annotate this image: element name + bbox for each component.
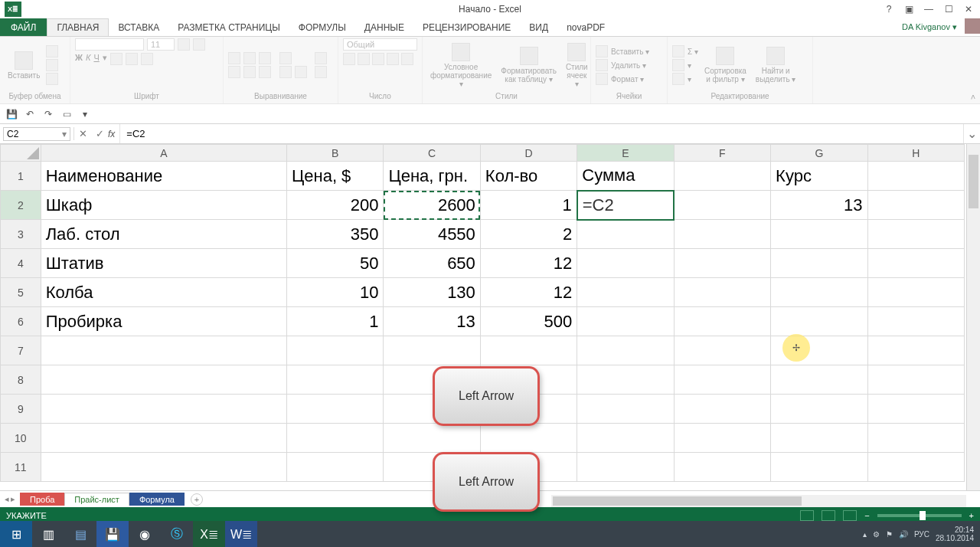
cell-A6[interactable]: Пробирка bbox=[41, 307, 286, 336]
fx-icon[interactable]: fx bbox=[108, 129, 119, 139]
sheet-nav-last-icon[interactable]: ▸ bbox=[11, 494, 15, 504]
col-header-F[interactable]: F bbox=[674, 145, 770, 162]
format-as-table-button[interactable]: Форматировать как таблицу ▾ bbox=[498, 45, 560, 85]
taskbar-app-2[interactable]: ▤ bbox=[64, 521, 96, 547]
conditional-formatting-button[interactable]: Условное форматирование ▾ bbox=[427, 41, 495, 90]
col-header-G[interactable]: G bbox=[771, 145, 867, 162]
cell-H9[interactable] bbox=[867, 395, 964, 424]
cell-D7[interactable] bbox=[480, 336, 577, 365]
cancel-formula-button[interactable]: ✕ bbox=[74, 128, 91, 139]
tray-clock[interactable]: 20:1428.10.2014 bbox=[936, 526, 974, 542]
col-header-H[interactable]: H bbox=[867, 145, 964, 162]
sheet-nav-first-icon[interactable]: ◂ bbox=[5, 494, 9, 504]
vertical-scrollbar[interactable] bbox=[966, 144, 980, 490]
orientation-icon[interactable] bbox=[279, 52, 292, 64]
taskbar-skype[interactable]: Ⓢ bbox=[161, 521, 193, 547]
cell-C10[interactable] bbox=[384, 424, 480, 453]
ribbon-tab-главная[interactable]: ГЛАВНАЯ bbox=[47, 18, 109, 36]
help-icon[interactable]: ? bbox=[882, 4, 896, 15]
dec-decimal-icon[interactable] bbox=[401, 53, 413, 65]
taskbar-excel[interactable]: X≣ bbox=[193, 521, 225, 547]
cell-E6[interactable] bbox=[577, 307, 674, 336]
col-header-A[interactable]: A bbox=[41, 145, 286, 162]
tray-icon-2[interactable]: ⚑ bbox=[886, 530, 893, 539]
row-header-9[interactable]: 9 bbox=[1, 395, 41, 424]
col-header-E[interactable]: E bbox=[577, 145, 674, 162]
row-header-3[interactable]: 3 bbox=[1, 220, 41, 249]
row-header-7[interactable]: 7 bbox=[1, 336, 41, 365]
cell-D1[interactable]: Кол-во bbox=[480, 162, 577, 191]
italic-button[interactable]: К bbox=[86, 53, 90, 65]
cell-F2[interactable] bbox=[674, 191, 770, 220]
cell-H7[interactable] bbox=[867, 336, 964, 365]
taskbar-save-icon[interactable]: 💾 bbox=[96, 521, 129, 547]
cell-D5[interactable]: 12 bbox=[480, 278, 577, 307]
clear-button[interactable]: ▾ bbox=[672, 73, 698, 85]
row-header-2[interactable]: 2 bbox=[1, 191, 41, 220]
cell-H5[interactable] bbox=[867, 278, 964, 307]
cell-A2[interactable]: Шкаф bbox=[41, 191, 286, 220]
cell-B7[interactable] bbox=[287, 336, 384, 365]
align-left-icon[interactable] bbox=[228, 66, 240, 78]
cell-E7[interactable] bbox=[577, 336, 674, 365]
zoom-in-button[interactable]: + bbox=[969, 511, 974, 520]
zoom-out-button[interactable]: − bbox=[864, 511, 869, 520]
wrap-text-icon[interactable] bbox=[315, 52, 327, 64]
percent-icon[interactable] bbox=[358, 53, 370, 65]
sheet-tab-Прайс-лист[interactable]: Прайс-лист bbox=[64, 493, 129, 506]
cell-B1[interactable]: Цена, $ bbox=[287, 162, 384, 191]
cell-E5[interactable] bbox=[577, 278, 674, 307]
cell-F4[interactable] bbox=[674, 249, 770, 278]
cell-D2[interactable]: 1 bbox=[480, 191, 577, 220]
font-size-combo[interactable]: 11 bbox=[147, 38, 175, 51]
cut-icon[interactable] bbox=[46, 45, 58, 57]
new-sheet-button[interactable]: + bbox=[191, 493, 203, 506]
cell-D6[interactable]: 500 bbox=[480, 307, 577, 336]
align-top-icon[interactable] bbox=[228, 52, 240, 64]
page-layout-view-button[interactable] bbox=[822, 510, 835, 521]
cell-C6[interactable]: 13 bbox=[384, 307, 480, 336]
delete-cells-button[interactable]: Удалить ▾ bbox=[596, 59, 649, 71]
redo-icon[interactable]: ↷ bbox=[41, 107, 55, 121]
cell-F9[interactable] bbox=[674, 395, 770, 424]
cell-D3[interactable]: 2 bbox=[480, 220, 577, 249]
sheet-tab-Формула[interactable]: Формула bbox=[129, 493, 185, 506]
ribbon-tab-novapdf[interactable]: novaPDF bbox=[557, 18, 614, 36]
worksheet-grid[interactable]: ABCDEFGH1НаименованиеЦена, $Цена, грн.Ко… bbox=[0, 144, 980, 490]
cell-E2[interactable]: =C2 bbox=[577, 191, 674, 220]
format-painter-icon[interactable] bbox=[46, 73, 58, 85]
cell-B11[interactable] bbox=[287, 453, 384, 482]
taskbar-word[interactable]: W≣ bbox=[225, 521, 257, 547]
cell-B8[interactable] bbox=[287, 365, 384, 395]
col-header-D[interactable]: D bbox=[480, 145, 577, 162]
name-box[interactable]: C2▾ bbox=[3, 127, 70, 141]
fill-color-icon[interactable] bbox=[126, 53, 138, 65]
comma-icon[interactable] bbox=[372, 53, 384, 65]
undo-icon[interactable]: ↶ bbox=[23, 107, 37, 121]
maximize-icon[interactable]: ☐ bbox=[942, 4, 956, 15]
cell-F7[interactable] bbox=[674, 336, 770, 365]
cell-F5[interactable] bbox=[674, 278, 770, 307]
cell-F1[interactable] bbox=[674, 162, 770, 191]
cell-C3[interactable]: 4550 bbox=[384, 220, 480, 249]
cell-C2[interactable]: 2600 bbox=[384, 191, 480, 220]
cell-D10[interactable] bbox=[480, 424, 577, 453]
qat-dropdown-icon[interactable]: ▾ bbox=[78, 107, 92, 121]
cell-H4[interactable] bbox=[867, 249, 964, 278]
ribbon-options-icon[interactable]: ▣ bbox=[902, 4, 916, 15]
font-combo[interactable] bbox=[75, 38, 144, 51]
ribbon-tab-вид[interactable]: ВИД bbox=[520, 18, 557, 36]
cell-styles-button[interactable]: Стили ячеек ▾ bbox=[563, 41, 591, 90]
cell-D4[interactable]: 12 bbox=[480, 249, 577, 278]
currency-icon[interactable] bbox=[343, 53, 355, 65]
border-icon[interactable] bbox=[110, 53, 122, 65]
cell-E11[interactable] bbox=[577, 453, 674, 482]
cell-B4[interactable]: 50 bbox=[287, 249, 384, 278]
minimize-icon[interactable]: — bbox=[922, 4, 936, 15]
cell-C5[interactable]: 130 bbox=[384, 278, 480, 307]
row-header-4[interactable]: 4 bbox=[1, 249, 41, 278]
tray-icon[interactable]: ⚙ bbox=[873, 530, 880, 539]
row-header-8[interactable]: 8 bbox=[1, 365, 41, 395]
cell-G10[interactable] bbox=[771, 424, 867, 453]
tray-lang[interactable]: РУС bbox=[914, 530, 929, 539]
